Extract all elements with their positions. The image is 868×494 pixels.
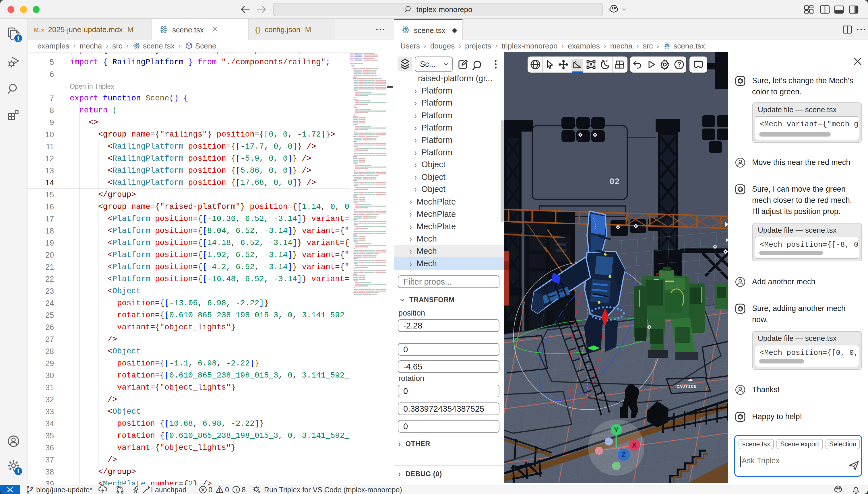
svg-text:Z: Z [622,451,625,459]
svg-text:02: 02 [609,177,620,187]
svg-text:Y: Y [614,426,618,434]
svg-text:nwuu: nwuu [656,272,665,277]
svg-text:CAUTION: CAUTION [677,384,697,389]
svg-text:X: X [632,441,636,449]
